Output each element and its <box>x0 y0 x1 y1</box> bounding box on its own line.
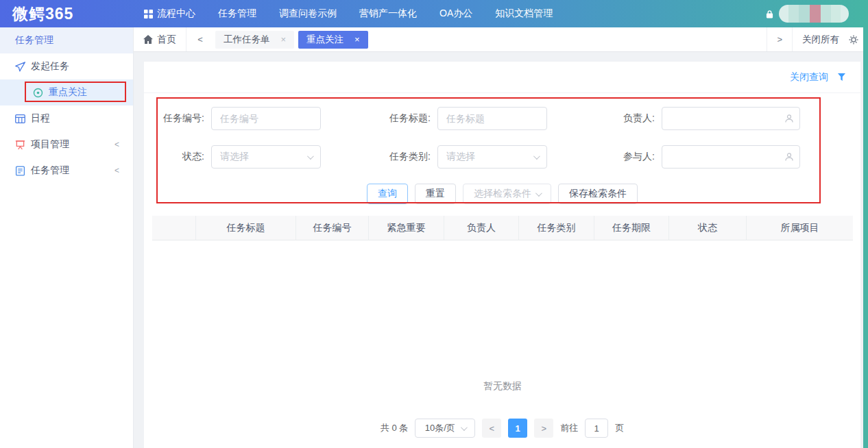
form-row-1: 任务编号: 任务标题: 负责人: <box>144 107 860 130</box>
tab-key-focus[interactable]: 重点关注 × <box>298 31 368 49</box>
table-header-task-number: 任务编号 <box>296 216 369 240</box>
page-size-value: 10条/页 <box>425 422 455 434</box>
sidebar-item-task-management[interactable]: 任务管理 < <box>0 158 133 184</box>
chevron-down-icon <box>533 153 540 160</box>
chevron-left-icon[interactable]: < <box>114 140 119 149</box>
nav-item-label: 营销产一体化 <box>359 8 417 20</box>
save-criteria-button[interactable]: 保存检索条件 <box>558 184 638 204</box>
sidebar-item-label: 重点关注 <box>49 86 87 99</box>
tab-label: 工作任务单 <box>224 34 270 46</box>
query-form: 任务编号: 任务标题: 负责人: <box>144 93 860 214</box>
tabs-scroll-left[interactable]: < <box>186 34 214 45</box>
tab-bar-controls: > 关闭所有 <box>767 27 868 51</box>
content-area: 首页 < 工作任务单 × 重点关注 × > 关闭所有 <box>134 27 868 448</box>
form-row-2: 状态: 请选择 任务类别: 请选择 <box>144 145 860 169</box>
tab-label: 重点关注 <box>306 34 343 46</box>
field-task-title: 任务标题: <box>369 107 547 130</box>
nav-item-task-management[interactable]: 任务管理 <box>218 8 256 20</box>
tabs-scroll-right[interactable]: > <box>777 34 782 45</box>
person-icon <box>784 152 794 162</box>
filter-funnel-icon[interactable] <box>838 73 845 81</box>
status-select[interactable]: 请选择 <box>211 145 321 169</box>
top-navbar: 微鳄365 流程中心 任务管理 调查问卷示例 营销产一体化 OA办公 知识文档管… <box>0 0 868 27</box>
sidebar-item-project-management[interactable]: 项目管理 < <box>0 132 133 158</box>
close-icon[interactable]: × <box>281 34 287 45</box>
tab-home-label: 首页 <box>157 34 176 46</box>
sidebar-item-label: 项目管理 <box>31 138 69 151</box>
next-page-button[interactable]: > <box>534 419 553 438</box>
table-header-status: 状态 <box>669 216 747 240</box>
main-panel: 关闭查询 任务编号: 任务标题: <box>144 62 860 448</box>
goto-page-input[interactable] <box>585 419 608 438</box>
select-criteria-dropdown[interactable]: 选择检索条件 <box>463 184 551 204</box>
results-table: 任务标题 任务编号 紧急重要 负责人 任务类别 任务期限 状态 所属项目 暂无数… <box>152 216 853 413</box>
table-header-deadline: 任务期限 <box>594 216 669 240</box>
nav-item-survey-demo[interactable]: 调查问卷示例 <box>279 8 337 20</box>
goto-label: 前往 <box>560 422 578 434</box>
app-logo: 微鳄365 <box>0 3 134 25</box>
task-title-input[interactable] <box>437 107 547 130</box>
sidebar-title: 任务管理 <box>0 27 133 53</box>
tab-home[interactable]: 首页 <box>134 27 186 51</box>
close-icon[interactable]: × <box>354 34 360 45</box>
user-area[interactable] <box>766 5 849 23</box>
select-placeholder: 请选择 <box>446 151 475 163</box>
presentation-board-icon <box>15 140 25 150</box>
tab-work-task-list[interactable]: 工作任务单 × <box>215 31 294 49</box>
lock-icon <box>766 10 773 18</box>
field-label: 状态: <box>144 151 204 163</box>
nav-item-marketing[interactable]: 营销产一体化 <box>359 8 417 20</box>
table-header-category: 任务类别 <box>519 216 594 240</box>
reset-button[interactable]: 重置 <box>415 184 456 204</box>
chevron-down-icon <box>307 153 314 160</box>
table-header-task-title: 任务标题 <box>196 216 296 240</box>
nav-item-label: 知识文档管理 <box>495 8 553 20</box>
task-number-input[interactable] <box>211 107 321 130</box>
tab-bar: 首页 < 工作任务单 × 重点关注 × > 关闭所有 <box>134 27 868 52</box>
nav-item-label: 流程中心 <box>157 8 195 20</box>
participant-input[interactable] <box>662 145 800 169</box>
right-edge-strip <box>863 27 868 448</box>
empty-state-text: 暂无数据 <box>152 380 853 393</box>
goto-unit: 页 <box>615 422 624 434</box>
nav-item-process-center[interactable]: 流程中心 <box>144 8 195 20</box>
page-size-select[interactable]: 10条/页 <box>415 419 475 438</box>
chevron-left-icon[interactable]: < <box>114 166 119 175</box>
category-select[interactable]: 请选择 <box>437 145 547 169</box>
gear-icon[interactable] <box>849 35 858 45</box>
table-header-owner: 负责人 <box>444 216 519 240</box>
user-redacted-name[interactable] <box>779 5 849 23</box>
field-task-number: 任务编号: <box>144 107 321 130</box>
content-body: 关闭查询 任务编号: 任务标题: <box>134 52 868 448</box>
nav-item-oa-office[interactable]: OA办公 <box>439 8 472 20</box>
button-label: 选择检索条件 <box>474 188 531 200</box>
paper-plane-icon <box>15 62 25 72</box>
pagination: 共 0 条 10条/页 < 1 > 前往 页 <box>144 419 860 438</box>
calendar-grid-icon <box>15 114 25 124</box>
panel-header: 关闭查询 <box>144 62 860 93</box>
field-status: 状态: 请选择 <box>144 145 321 169</box>
field-owner: 负责人: <box>592 107 800 130</box>
close-all-tabs-button[interactable]: 关闭所有 <box>802 34 839 46</box>
field-label: 任务编号: <box>144 112 204 125</box>
open-tabs: 工作任务单 × 重点关注 × <box>215 31 368 49</box>
close-query-link[interactable]: 关闭查询 <box>790 71 828 84</box>
grid-icon <box>144 10 153 18</box>
sidebar-item-key-focus[interactable]: 重点关注 <box>0 79 133 105</box>
field-label: 负责人: <box>592 112 655 125</box>
prev-page-button[interactable]: < <box>482 419 501 438</box>
main-layout: 任务管理 发起任务 重点关注 日程 项目管理 < <box>0 27 868 448</box>
main-nav: 流程中心 任务管理 调查问卷示例 营销产一体化 OA办公 知识文档管理 <box>144 8 553 20</box>
search-button[interactable]: 查询 <box>367 184 408 204</box>
table-header-select <box>152 216 196 240</box>
owner-input[interactable] <box>662 107 800 130</box>
nav-item-knowledge-docs[interactable]: 知识文档管理 <box>495 8 553 20</box>
current-page[interactable]: 1 <box>508 419 527 438</box>
total-count: 共 0 条 <box>381 422 408 434</box>
sidebar-item-initiate-task[interactable]: 发起任务 <box>0 53 133 79</box>
home-icon <box>143 35 153 44</box>
nav-item-label: 调查问卷示例 <box>279 8 337 20</box>
table-header-project: 所属项目 <box>747 216 853 240</box>
sidebar-item-schedule[interactable]: 日程 <box>0 105 133 132</box>
sidebar-item-label: 日程 <box>31 112 50 125</box>
